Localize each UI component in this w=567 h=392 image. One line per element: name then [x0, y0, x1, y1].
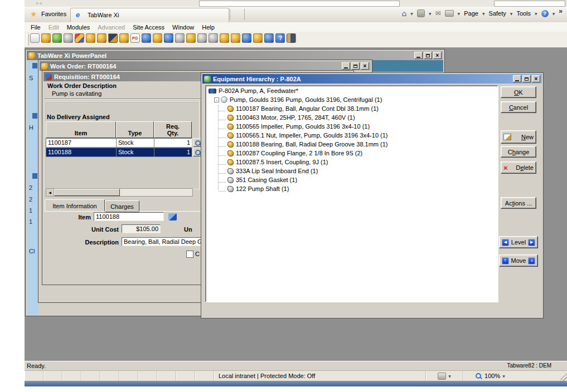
toolbar-icon[interactable]	[41, 33, 51, 43]
page-menu[interactable]: Page	[464, 10, 478, 17]
move-up-icon[interactable]: ↑	[502, 257, 509, 264]
menu-item[interactable]: Modules	[63, 23, 94, 31]
menu-item[interactable]: File	[27, 23, 45, 31]
toolbar-icon[interactable]	[142, 33, 151, 43]
toolbar-icon[interactable]	[209, 33, 218, 43]
toolbar-icon[interactable]	[153, 33, 162, 43]
tree-item-row[interactable]: 333A Lip Seal Inboard End (1)	[206, 166, 497, 175]
menu-item[interactable]: Site Access	[129, 23, 168, 31]
maximize-button[interactable]	[522, 75, 531, 82]
level-left-icon[interactable]: ◀	[502, 239, 509, 246]
tree-root-row[interactable]: P-802A Pump, A, Feedwater*	[206, 86, 497, 95]
toolbar-icon[interactable]	[86, 33, 95, 43]
powerpanel-sidebar[interactable]: S H 2 2 1 1 Cl	[27, 60, 38, 315]
browser-tab[interactable]: e TabWare Xi	[70, 8, 229, 23]
toolbar-icon[interactable]	[186, 33, 196, 43]
tree-item-row[interactable]: 1100565.1 Nut, Impeller, Pump, Goulds 31…	[206, 131, 497, 140]
chevron-down-icon[interactable]: ▼	[553, 12, 555, 16]
tab-charges[interactable]: Charges	[105, 200, 139, 212]
toolbar-icon[interactable]	[287, 33, 296, 43]
work-order-titlebar[interactable]: Work Order: RT000164 ×	[40, 61, 371, 71]
mail-icon[interactable]: ✉	[435, 9, 441, 17]
resize-grip[interactable]	[560, 371, 567, 381]
collapse-toggle-icon[interactable]: -	[214, 97, 219, 102]
ok-button[interactable]: OK	[501, 86, 536, 98]
column-header-qty[interactable]: Req. Qty.	[154, 121, 192, 138]
tree-item-row[interactable]: 1100565 Impeller, Pump, Goulds 3196 3x4-…	[206, 122, 497, 131]
hierarchy-titlebar[interactable]: Equipment Hierarchy : P-802A ×	[202, 74, 542, 84]
move-button[interactable]: ↑ Move ↓	[499, 254, 538, 267]
powerpanel-titlebar[interactable]: TabWare Xi PowerPanel ×	[27, 51, 443, 60]
chevron-down-icon[interactable]: ▼	[410, 12, 413, 16]
toolbar-icon[interactable]	[175, 33, 185, 43]
menu-item[interactable]: Help	[198, 23, 219, 31]
cancel-button[interactable]: Cancel	[501, 101, 536, 113]
toolbar-icon[interactable]	[220, 33, 229, 43]
toolbar-icon[interactable]	[231, 33, 240, 43]
scroll-left-arrow[interactable]: ◀	[46, 189, 54, 196]
tree-item-row[interactable]: 351 Casing Gasket (1)	[206, 175, 497, 184]
level-right-icon[interactable]: ▶	[528, 239, 535, 246]
close-button[interactable]: ×	[433, 52, 442, 59]
toolbar-icon[interactable]	[119, 33, 129, 43]
item-field[interactable]: 1100188	[94, 212, 164, 221]
chevron-down-icon[interactable]: ▼	[458, 12, 461, 16]
search-input[interactable]	[199, 1, 400, 7]
menu-item[interactable]: Advanced	[94, 23, 129, 31]
search-box-secondary[interactable]	[494, 1, 565, 7]
level-button[interactable]: ◀ Level ▶	[499, 236, 538, 248]
actions-button[interactable]: Actions ...	[501, 197, 536, 209]
toolbar-icon[interactable]	[97, 33, 106, 43]
favorites-button[interactable]: Favorites	[41, 11, 66, 17]
tree-item-row[interactable]: 1100287.5 Insert, Coupling, 9J (1)	[206, 158, 497, 166]
feed-icon[interactable]	[417, 9, 425, 17]
tree-parent-row[interactable]: - Pump, Goulds 3196 Pump, Goulds 3196, C…	[206, 95, 497, 104]
new-button[interactable]: New	[501, 130, 536, 144]
column-header-type[interactable]: Type	[116, 121, 154, 138]
toolbar-icon[interactable]	[30, 33, 40, 43]
toolbar-icon[interactable]	[108, 33, 118, 43]
maximize-button[interactable]	[351, 62, 360, 70]
change-button[interactable]: Change	[501, 146, 536, 158]
toolbar-icon[interactable]	[253, 33, 263, 43]
move-down-icon[interactable]: ↓	[528, 257, 535, 264]
menu-item[interactable]: Edit	[45, 23, 63, 31]
help-icon[interactable]: ?	[541, 10, 549, 17]
minimize-button[interactable]	[513, 75, 521, 82]
tree-item-row[interactable]: 1100187 Bearing, Ball, Angular Cont Dbl …	[206, 104, 497, 113]
zone-indicator[interactable]: ▼	[426, 371, 463, 381]
toolbar-icon[interactable]	[242, 33, 251, 43]
toolbar-grip[interactable]	[26, 34, 29, 46]
toolbar-icon[interactable]	[52, 33, 62, 43]
toolbar-icon[interactable]	[64, 33, 73, 43]
tree-item-row[interactable]: 122 Pump Shaft (1)	[206, 184, 497, 193]
overflow-chevron[interactable]: »	[559, 7, 563, 15]
tree-item-row[interactable]: 1100188 Bearing, Ball, Radial Deep Groov…	[206, 140, 497, 149]
zoom-control[interactable]: 100% ▼	[463, 371, 517, 381]
toolbar-icon[interactable]	[264, 33, 274, 43]
tab-item-information[interactable]: Item Information	[45, 199, 105, 212]
chevron-down-icon[interactable]: ▼	[429, 12, 432, 16]
print-icon[interactable]	[445, 10, 454, 17]
minimize-button[interactable]	[342, 62, 350, 70]
horizontal-scrollbar[interactable]: ◀	[46, 188, 193, 197]
delete-button[interactable]: × Delete	[501, 161, 536, 174]
toolbar-icon[interactable]	[197, 33, 207, 43]
checkbox[interactable]	[186, 251, 193, 258]
close-button[interactable]: ×	[361, 62, 369, 70]
minimize-button[interactable]	[414, 52, 423, 59]
favorites-star-icon[interactable]: ★	[30, 9, 37, 18]
toolbar-icon[interactable]	[130, 33, 140, 43]
table-row-selected[interactable]: 1100188 Stock 1	[46, 148, 202, 157]
maximize-button[interactable]	[424, 52, 432, 59]
toolbar-icon[interactable]	[75, 33, 84, 43]
safety-menu[interactable]: Safety	[489, 10, 506, 17]
toolbar-icon[interactable]	[164, 33, 173, 43]
tree-item-row[interactable]: 1100287 Coupling Flange, 2 1/8 In Bore 9…	[206, 149, 497, 158]
toolbar-icon[interactable]	[275, 33, 285, 43]
table-row[interactable]: 1100187 Stock 1	[46, 138, 202, 148]
home-icon[interactable]: ⌂	[401, 10, 406, 17]
column-header-item[interactable]: Item	[46, 121, 116, 138]
tools-menu[interactable]: Tools	[516, 10, 531, 17]
item-lookup-icon[interactable]	[168, 213, 177, 220]
